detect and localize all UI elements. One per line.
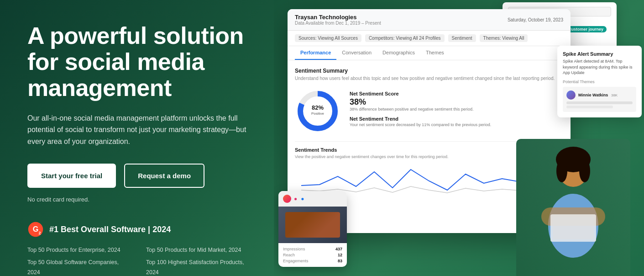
dashboard-tabs: Performance Conversation Demographics Th… — [288, 46, 571, 60]
net-score-title: Net Sentiment Score — [350, 91, 563, 96]
svg-text:2: 2 — [38, 231, 41, 235]
svg-text:Positive: Positive — [311, 111, 325, 116]
tab-performance[interactable]: Performance — [295, 46, 336, 60]
svg-point-9 — [556, 159, 567, 182]
svg-text:G: G — [33, 225, 39, 234]
cta-buttons: Start your free trial Request a demo — [27, 164, 246, 188]
award-list: Top 50 Products for Enterprise, 2024 Top… — [27, 245, 246, 276]
social-img-content — [285, 212, 340, 238]
spike-alert-text: Spike Alert detected at 8AM. Top keyword… — [563, 58, 636, 76]
engagements-label: Engagements — [283, 259, 309, 263]
net-score-row: Net Sentiment Score 38% 38% difference b… — [350, 91, 563, 111]
stat-engagements: Engagements 83 — [283, 259, 342, 263]
filter-themes[interactable]: Themes: Viewing All — [480, 34, 528, 42]
svg-rect-14 — [553, 217, 594, 239]
social-icons: ● ● — [294, 196, 304, 202]
tab-conversation[interactable]: Conversation — [336, 46, 377, 60]
donut-chart: 82% Positive — [295, 88, 340, 134]
hero-title: A powerful solution for social media man… — [27, 23, 246, 101]
filter-sentiment[interactable]: Sentiment — [448, 34, 476, 42]
person-image — [516, 139, 630, 276]
stat-reach: Reach 12 — [283, 253, 342, 257]
instagram-icon: ● — [294, 196, 297, 202]
award-item-1: Top 50 Products for Enterprise, 2024 — [27, 245, 128, 255]
award-item-2: Top 50 Products for Mid Market, 2024 — [146, 245, 246, 255]
hero-section: A powerful solution for social media man… — [0, 0, 274, 276]
chart-area: 82% Positive Net Sentiment Score 38% 38%… — [295, 88, 563, 134]
company-name: Traysan Technologies — [295, 14, 381, 21]
dashboard-filters: Sources: Viewing All Sources Competitors… — [288, 31, 571, 46]
request-demo-button[interactable]: Request a demo — [124, 164, 204, 188]
tab-themes[interactable]: Themes — [420, 46, 450, 60]
message-followers: 38K — [611, 93, 618, 97]
impressions-value: 437 — [335, 247, 342, 251]
award-section: G 2 #1 Best Overall Software | 2024 Top … — [27, 221, 246, 276]
net-trend-title: Net Sentiment Trend — [350, 116, 563, 122]
award-item-3: Top 50 Global Software Companies, 2024 — [27, 257, 128, 276]
award-title: #1 Best Overall Software | 2024 — [49, 225, 171, 234]
net-trend-row: Net Sentiment Trend Your net sentiment s… — [350, 116, 563, 127]
reach-label: Reach — [283, 253, 295, 257]
hero-right: Word or Phrase Queries by AI Assist Free… — [274, 0, 644, 276]
metric-box: Net Sentiment Score 38% 38% difference b… — [350, 91, 563, 132]
impressions-label: Impressions — [283, 247, 305, 251]
social-card-header: ● ● — [278, 191, 347, 207]
message-line-2 — [566, 106, 613, 108]
svg-text:82%: 82% — [312, 104, 324, 111]
dashboard-header: Traysan Technologies Data Available from… — [288, 9, 571, 31]
header-date: Saturday, October 19, 2023 — [508, 17, 563, 22]
net-score-desc: 38% difference between positive and nega… — [350, 107, 563, 111]
person-area — [516, 139, 630, 276]
social-stats: Impressions 437 Reach 12 Engagements 83 — [278, 243, 347, 267]
message-user: Minnie Watkins — [578, 93, 608, 97]
ai-tag-customer-journey: Customer journey — [565, 26, 607, 32]
spike-alert-title: Spike Alert Summary — [563, 51, 636, 57]
sentiment-summary-title: Sentiment Summary — [295, 68, 563, 74]
net-score-value: 38% — [350, 97, 563, 107]
award-badge: G 2 #1 Best Overall Software | 2024 — [27, 221, 246, 238]
no-cc-text: No credit card required. — [27, 196, 246, 203]
filter-sources[interactable]: Sources: Viewing All Sources — [295, 34, 361, 42]
message-preview: Minnie Watkins 38K — [563, 87, 636, 112]
tab-demographics[interactable]: Demographics — [377, 46, 420, 60]
date-range: Data Available from Dec 1, 2019 – Presen… — [295, 21, 381, 26]
start-trial-button[interactable]: Start your free trial — [27, 164, 116, 188]
social-post-image — [278, 207, 347, 243]
social-avatar — [283, 195, 291, 203]
potential-themes-label: Potential Themes — [563, 80, 636, 84]
hero-subtitle: Our all-in-one social media management p… — [27, 112, 246, 148]
filter-competitors[interactable]: Competitors: Viewing All 24 Profiles — [365, 34, 445, 42]
reach-value: 12 — [338, 253, 342, 257]
social-card: ● ● Impressions 437 Reach 12 Engagements… — [278, 191, 347, 267]
award-item-4: Top 100 Highest Satisfaction Products, 2… — [146, 257, 246, 276]
sentiment-summary-sub: Understand how users feel about this top… — [295, 76, 563, 81]
net-trend-desc: Your net sentiment score decreased by 11… — [350, 122, 563, 127]
dashboard-company-info: Traysan Technologies Data Available from… — [295, 14, 381, 26]
svg-point-10 — [579, 159, 590, 182]
g2-logo-icon: G 2 — [27, 221, 44, 238]
facebook-icon: ● — [301, 196, 304, 202]
engagements-value: 83 — [338, 259, 342, 263]
spike-alert-panel: Spike Alert Summary Spike Alert detected… — [557, 46, 642, 117]
stat-impressions: Impressions 437 — [283, 247, 342, 251]
message-line-1 — [566, 101, 633, 104]
